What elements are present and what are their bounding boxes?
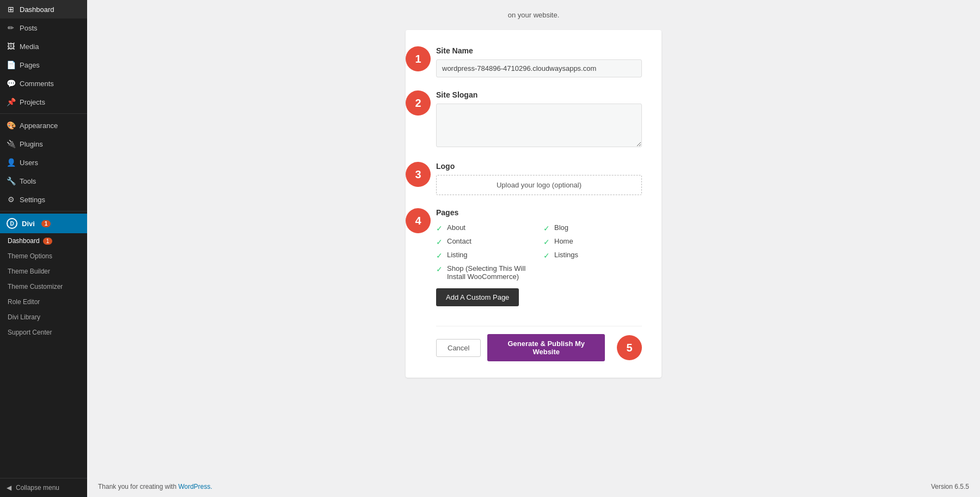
divi-sub-theme-builder[interactable]: Theme Builder <box>0 264 87 279</box>
check-contact-icon: ✓ <box>436 238 443 246</box>
collapse-menu-button[interactable]: ◀ Collapse menu <box>0 478 87 497</box>
site-name-input[interactable] <box>436 59 642 77</box>
tools-icon: 🔧 <box>7 177 15 185</box>
site-slogan-label: Site Slogan <box>436 90 642 99</box>
divi-label: Divi <box>22 220 35 228</box>
site-slogan-input[interactable] <box>436 104 642 147</box>
dashboard-icon: ⊞ <box>7 5 15 14</box>
wizard-card: 1 Site Name 2 Site Slogan 3 Logo Upload … <box>406 30 661 378</box>
sidebar-item-settings[interactable]: ⚙ Settings <box>0 190 87 209</box>
wordpress-link[interactable]: WordPress. <box>178 483 212 490</box>
sidebar-item-projects[interactable]: 📌 Projects <box>0 93 87 111</box>
main-content: on your website. 1 Site Name 2 Site Slog… <box>87 0 980 497</box>
users-icon: 👤 <box>7 158 15 167</box>
page-item-contact: ✓ Contact <box>436 237 535 246</box>
step-2-section: 2 Site Slogan <box>436 90 642 149</box>
divi-sub-theme-options[interactable]: Theme Options <box>0 248 87 264</box>
logo-upload-button[interactable]: Upload your logo (optional) <box>436 175 642 195</box>
publish-button[interactable]: Generate & Publish My Website <box>487 334 605 361</box>
divi-menu-item[interactable]: D Divi 1 <box>0 214 87 233</box>
sidebar-item-users[interactable]: 👤 Users <box>0 153 87 172</box>
media-icon: 🖼 <box>7 42 15 51</box>
top-description: on your website. <box>508 11 560 19</box>
sidebar: ⊞ Dashboard ✏ Posts 🖼 Media 📄 Pages 💬 Co… <box>0 0 87 497</box>
plugins-icon: 🔌 <box>7 140 15 148</box>
version-text: Version 6.5.5 <box>931 483 969 490</box>
sidebar-item-pages[interactable]: 📄 Pages <box>0 56 87 74</box>
add-custom-page-button[interactable]: Add A Custom Page <box>436 288 519 306</box>
pages-grid: ✓ About ✓ Blog ✓ Contact ✓ Home ✓ <box>436 223 642 281</box>
sidebar-item-tools[interactable]: 🔧 Tools <box>0 172 87 190</box>
step-3-badge: 3 <box>406 162 431 187</box>
step-1-badge: 1 <box>406 46 431 71</box>
check-shop-icon: ✓ <box>436 265 443 274</box>
site-name-label: Site Name <box>436 46 642 55</box>
footer-thanks: Thank you for creating with WordPress. <box>98 483 212 490</box>
divi-badge: 1 <box>41 220 51 227</box>
cancel-button[interactable]: Cancel <box>436 339 481 357</box>
step-3-section: 3 Logo Upload your logo (optional) <box>436 162 642 195</box>
check-about-icon: ✓ <box>436 224 443 233</box>
sidebar-divider <box>0 113 87 114</box>
collapse-icon: ◀ <box>7 484 11 492</box>
footer-bar: Thank you for creating with WordPress. V… <box>87 476 980 497</box>
sidebar-item-media[interactable]: 🖼 Media <box>0 37 87 56</box>
check-listing-icon: ✓ <box>436 251 443 260</box>
check-listings-icon: ✓ <box>543 251 550 260</box>
page-item-listing: ✓ Listing <box>436 251 535 260</box>
sidebar-item-dashboard[interactable]: ⊞ Dashboard <box>0 0 87 19</box>
step-4-badge: 4 <box>406 208 431 233</box>
projects-icon: 📌 <box>7 98 15 106</box>
divi-sub-dashboard[interactable]: Dashboard 1 <box>0 233 87 248</box>
comments-icon: 💬 <box>7 79 15 88</box>
page-item-shop: ✓ Shop (Selecting This Will Install WooC… <box>436 264 535 281</box>
divi-sub-theme-customizer[interactable]: Theme Customizer <box>0 279 87 294</box>
step-2-badge: 2 <box>406 90 431 116</box>
step-5-badge: 5 <box>617 335 642 360</box>
pages-icon: 📄 <box>7 60 15 69</box>
logo-label: Logo <box>436 162 642 171</box>
check-blog-icon: ✓ <box>543 224 550 233</box>
posts-icon: ✏ <box>7 23 15 32</box>
pages-label: Pages <box>436 208 642 217</box>
sidebar-item-posts[interactable]: ✏ Posts <box>0 19 87 37</box>
check-home-icon: ✓ <box>543 238 550 246</box>
step-1-section: 1 Site Name <box>436 46 642 77</box>
sidebar-item-plugins[interactable]: 🔌 Plugins <box>0 135 87 153</box>
settings-icon: ⚙ <box>7 195 15 204</box>
dashboard-sub-badge: 1 <box>43 238 53 245</box>
page-item-home: ✓ Home <box>543 237 642 246</box>
page-item-about: ✓ About <box>436 223 535 233</box>
divi-sub-support[interactable]: Support Center <box>0 325 87 340</box>
step-4-section: 4 Pages ✓ About ✓ Blog ✓ Contact ✓ <box>436 208 642 317</box>
sidebar-divider-2 <box>0 211 87 211</box>
divi-logo-icon: D <box>7 218 17 229</box>
wizard-footer: Cancel Generate & Publish My Website 5 <box>436 326 642 361</box>
sidebar-item-appearance[interactable]: 🎨 Appearance <box>0 116 87 135</box>
sidebar-item-comments[interactable]: 💬 Comments <box>0 74 87 93</box>
page-item-blog: ✓ Blog <box>543 223 642 233</box>
divi-sub-library[interactable]: Divi Library <box>0 310 87 325</box>
page-item-listings: ✓ Listings <box>543 251 642 260</box>
appearance-icon: 🎨 <box>7 121 15 130</box>
divi-sub-role-editor[interactable]: Role Editor <box>0 294 87 310</box>
